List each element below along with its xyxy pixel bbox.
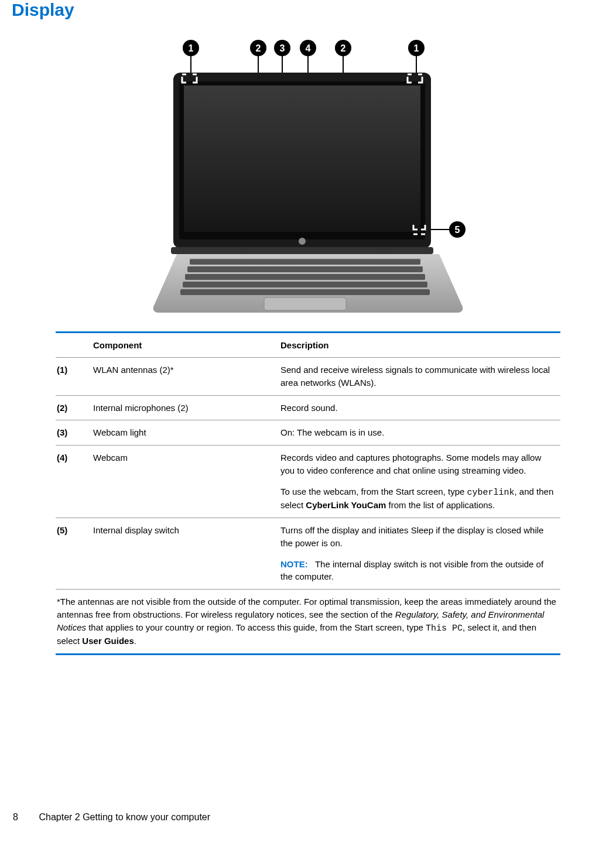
- row-component: Webcam: [92, 446, 279, 518]
- desc-text: On: The webcam is in use.: [280, 426, 557, 439]
- table-row: (1) WLAN antennas (2)* Send and receive …: [56, 358, 560, 396]
- table-row: (4) Webcam Records video and captures ph…: [56, 446, 560, 518]
- desc-text: To use the webcam, from the Start screen…: [280, 485, 557, 512]
- row-num: (1): [56, 358, 92, 396]
- section-heading: Display: [12, 0, 560, 20]
- table-header-blank: [56, 333, 92, 358]
- callout-2b: 2: [341, 43, 346, 53]
- callout-5: 5: [455, 225, 460, 235]
- svg-point-18: [299, 238, 306, 245]
- row-num: (5): [56, 518, 92, 590]
- svg-rect-21: [187, 266, 423, 272]
- chapter-title: Chapter 2 Getting to know your computer: [39, 812, 210, 822]
- svg-rect-17: [184, 85, 420, 232]
- row-num: (2): [56, 395, 92, 420]
- row-description: Records video and captures photographs. …: [279, 446, 560, 518]
- desc-text: Send and receive wireless signals to com…: [280, 364, 557, 389]
- row-component: Internal display switch: [92, 518, 279, 590]
- table-header-component: Component: [92, 333, 279, 358]
- desc-text: Record sound.: [280, 402, 557, 415]
- row-description: Turns off the display and initiates Slee…: [279, 518, 560, 590]
- callout-1b: 1: [414, 43, 419, 53]
- component-table: Component Description (1) WLAN antennas …: [56, 331, 560, 655]
- table-header-description: Description: [279, 333, 560, 358]
- row-component: Webcam light: [92, 420, 279, 446]
- row-component: WLAN antennas (2)*: [92, 358, 279, 396]
- row-description: Record sound.: [279, 395, 560, 420]
- table-footnote-row: *The antennas are not visible from the o…: [56, 590, 560, 655]
- svg-rect-24: [180, 289, 430, 295]
- callout-4: 4: [306, 43, 311, 53]
- svg-rect-23: [183, 282, 427, 287]
- desc-text: Records video and captures photographs. …: [280, 451, 557, 477]
- row-num: (3): [56, 420, 92, 446]
- footnote-text: *The antennas are not visible from the o…: [56, 590, 560, 655]
- svg-rect-20: [190, 259, 420, 265]
- row-num: (4): [56, 446, 92, 518]
- callout-1: 1: [189, 43, 194, 53]
- page-footer: 8 Chapter 2 Getting to know your compute…: [13, 812, 210, 823]
- table-row: (2) Internal microphones (2) Record soun…: [56, 395, 560, 420]
- callout-3: 3: [280, 43, 285, 53]
- page-number: 8: [13, 812, 36, 823]
- row-component: Internal microphones (2): [92, 395, 279, 420]
- table-row: (5) Internal display switch Turns off th…: [56, 518, 560, 590]
- svg-rect-26: [264, 297, 346, 310]
- table-row: (3) Webcam light On: The webcam is in us…: [56, 420, 560, 446]
- svg-rect-19: [171, 247, 433, 254]
- row-description: Send and receive wireless signals to com…: [279, 358, 560, 396]
- display-diagram: 1 2 3 4 2: [56, 26, 560, 318]
- svg-rect-22: [185, 274, 425, 280]
- note-text: NOTE: The internal display switch is not…: [280, 558, 557, 584]
- callout-2: 2: [256, 43, 261, 53]
- row-description: On: The webcam is in use.: [279, 420, 560, 446]
- desc-text: Turns off the display and initiates Slee…: [280, 524, 557, 550]
